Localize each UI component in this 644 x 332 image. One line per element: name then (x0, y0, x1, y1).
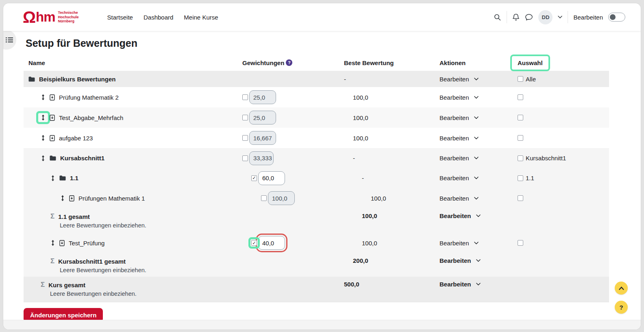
select-all-checkbox[interactable] (518, 76, 523, 82)
folder-icon (28, 76, 35, 82)
weight-override-checkbox[interactable] (242, 115, 248, 120)
drawer-toggle-button[interactable] (3, 30, 16, 50)
category-name: Beispielkurs Bewertungen (39, 76, 115, 83)
weight-override-checkbox[interactable]: ✓ (251, 240, 257, 246)
grade-value: 100,0 (362, 240, 377, 247)
actions-dropdown[interactable]: Bearbeiten (439, 155, 479, 162)
select-category-checkbox[interactable] (518, 155, 523, 161)
user-menu-chevron-down-icon[interactable] (558, 15, 562, 19)
item-link[interactable]: Prüfungen Mathematik 1 (78, 195, 145, 202)
actions-dropdown[interactable]: Bearbeiten (439, 114, 479, 121)
select-checkbox[interactable] (518, 240, 523, 246)
actions-dropdown[interactable]: Bearbeiten (439, 195, 479, 202)
grade-value: - (362, 175, 364, 181)
table-header-row: Name Gewichtungen ? Beste Bewertung Akti… (24, 55, 609, 71)
weight-override-checkbox[interactable]: ✓ (251, 175, 257, 181)
nav-dashboard[interactable]: Dashboard (144, 14, 173, 21)
chevron-down-icon (474, 177, 479, 179)
col-header-actions: Aktionen (439, 59, 518, 66)
notifications-bell-icon[interactable] (512, 13, 520, 21)
actions-dropdown[interactable]: Bearbeiten (439, 94, 479, 101)
nav-meine-kurse[interactable]: Meine Kurse (184, 14, 218, 21)
actions-dropdown[interactable]: Bearbeiten (439, 76, 479, 83)
grade-value: 100,0 (353, 135, 368, 142)
annotation-checkbox-highlight: ✓ (250, 239, 258, 247)
weight-input[interactable]: 100,0 (268, 191, 295, 205)
actions-dropdown[interactable]: Bearbeiten (439, 175, 479, 181)
weight-input[interactable]: 60,0 (258, 171, 285, 185)
grade-value: - (353, 155, 355, 162)
user-avatar[interactable]: DD (538, 10, 553, 24)
weight-input[interactable]: 33,333 (249, 151, 274, 165)
grade-category-row: Kursabschnitt1 33,333 - Bearbeiten Kursa… (24, 148, 609, 168)
select-label: Kursabschnitt1 (526, 155, 566, 162)
actions-dropdown[interactable]: Bearbeiten (439, 281, 481, 288)
messages-chat-icon[interactable] (525, 14, 533, 21)
search-icon[interactable] (494, 13, 501, 21)
nav-startseite[interactable]: Startseite (107, 14, 133, 21)
total-name: Kursabschnitt1 gesamt (58, 258, 126, 265)
col-header-name: Name (24, 59, 242, 66)
ohm-logo[interactable]: Ω hm Technische Hochschule Nürnberg (23, 10, 79, 24)
help-button[interactable]: ? (615, 301, 628, 314)
divider (507, 11, 507, 23)
weight-override-checkbox[interactable] (261, 195, 267, 201)
move-icon[interactable] (41, 94, 46, 100)
move-icon[interactable] (50, 175, 55, 181)
chevron-down-icon (474, 96, 479, 99)
actions-dropdown[interactable]: Bearbeiten (439, 135, 479, 142)
aggregation-note: Leere Bewertungen einbeziehen. (60, 222, 146, 229)
select-category-checkbox[interactable] (518, 175, 523, 181)
move-icon[interactable] (41, 155, 46, 162)
back-to-top-button[interactable] (615, 282, 628, 295)
grade-item-row: Test_Abgabe_Mehrfach 25,0 100,0 Bearbeit… (24, 107, 609, 128)
edit-mode-toggle[interactable] (608, 13, 625, 22)
weight-input[interactable]: 25,0 (249, 90, 276, 104)
assignment-icon (59, 240, 65, 246)
chevron-down-icon (476, 283, 481, 286)
weight-input[interactable]: 25,0 (249, 111, 276, 124)
divider (568, 11, 568, 23)
actions-dropdown[interactable]: Bearbeiten (439, 212, 481, 219)
grade-value: 100,0 (362, 212, 377, 219)
actions-dropdown[interactable]: Bearbeiten (439, 240, 479, 247)
weight-input[interactable]: 16,667 (249, 131, 276, 145)
weight-override-checkbox[interactable] (242, 155, 248, 161)
select-checkbox[interactable] (518, 94, 523, 100)
item-link[interactable]: Prüfung Mathematik 2 (59, 94, 119, 101)
item-link[interactable]: Test_Abgabe_Mehrfach (59, 114, 123, 121)
move-icon[interactable] (50, 240, 55, 246)
sum-icon: Σ (50, 212, 54, 221)
select-checkbox[interactable] (518, 115, 523, 120)
grade-value: 100,0 (353, 114, 368, 121)
primary-nav: Startseite Dashboard Meine Kurse (107, 14, 218, 21)
chevron-down-icon (476, 214, 481, 217)
weight-input[interactable]: 40,0 (258, 236, 285, 250)
move-icon[interactable] (41, 114, 46, 121)
select-checkbox[interactable] (518, 195, 523, 201)
select-checkbox[interactable] (518, 135, 523, 141)
col-header-grade: Beste Bewertung (344, 59, 439, 66)
weight-override-checkbox[interactable] (242, 135, 248, 141)
chevron-down-icon (474, 116, 479, 119)
aggregation-note: Leere Bewertungen einbeziehen. (50, 290, 137, 297)
grade-item-row: Test_Prüfung ✓ 40,0 100,0 Bearbeiten (24, 233, 609, 253)
item-link[interactable]: Test_Prüfung (69, 240, 104, 247)
folder-icon (50, 155, 56, 161)
page-footer (3, 320, 641, 330)
item-link[interactable]: aufgabe 123 (59, 135, 93, 142)
move-icon[interactable] (41, 135, 46, 141)
logo-subtitle: Technische Hochschule Nürnberg (58, 11, 79, 23)
grade-total-row: Σ Kursabschnitt1 gesamt Leere Bewertunge… (24, 253, 609, 277)
actions-dropdown[interactable]: Bearbeiten (439, 257, 481, 264)
annotation-input-red-ring: 40,0 (257, 235, 286, 251)
toggle-knob (610, 14, 616, 20)
move-icon[interactable] (60, 195, 65, 201)
logo-word: hm (36, 11, 55, 23)
help-icon[interactable]: ? (286, 59, 292, 66)
grade-item-row: aufgabe 123 16,667 100,0 Bearbeiten (24, 128, 609, 148)
weight-override-checkbox[interactable] (242, 94, 248, 100)
grade-value: 200,0 (353, 257, 368, 264)
total-name: 1.1 gesamt (58, 213, 90, 220)
chevron-down-icon (474, 78, 479, 81)
